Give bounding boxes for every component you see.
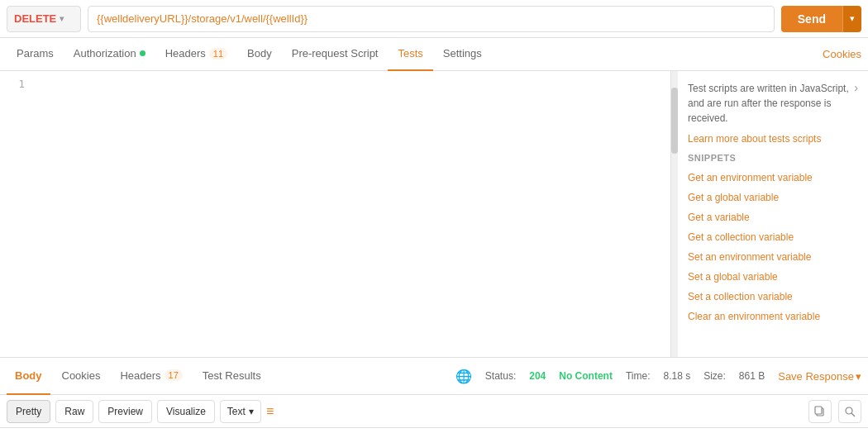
response-toolbar: Pretty Raw Preview Visualize Text ▾ ≡ — [0, 395, 868, 428]
snippet-get-collection-var[interactable]: Get a collection variable — [688, 227, 858, 247]
rtab-body[interactable]: Body — [7, 357, 50, 395]
snippet-get-env-var[interactable]: Get an environment variable — [688, 168, 858, 188]
tab-params[interactable]: Params — [7, 38, 64, 71]
snippet-get-global-var[interactable]: Get a global variable — [688, 188, 858, 207]
rtab-headers[interactable]: Headers 17 — [112, 357, 190, 395]
status-info: 🌐 Status: 204 No Content Time: 8.18 s Si… — [455, 369, 861, 384]
snippet-set-global-var[interactable]: Set a global variable — [688, 267, 858, 287]
headers-badge: 11 — [209, 48, 227, 59]
send-btn-group: Send ▾ — [781, 6, 861, 32]
sidebar: Test scripts are written in JavaScript, … — [678, 71, 868, 357]
tab-authorization-label: Authorization — [74, 47, 136, 59]
tab-prerequest[interactable]: Pre-request Script — [282, 38, 389, 71]
search-icon[interactable] — [838, 400, 861, 423]
svg-line-3 — [851, 413, 855, 416]
main-area: 1 Test scripts are written in JavaScript… — [0, 71, 868, 357]
format-raw-button[interactable]: Raw — [55, 400, 93, 423]
copy-icon[interactable] — [808, 400, 832, 423]
scrollbar-thumb[interactable] — [671, 88, 678, 154]
save-response-chevron: ▾ — [856, 370, 861, 383]
tab-settings[interactable]: Settings — [433, 38, 492, 71]
send-button[interactable]: Send — [781, 6, 842, 32]
method-label: DELETE — [14, 12, 56, 25]
editor-content[interactable] — [33, 71, 670, 357]
tab-params-label: Params — [17, 47, 54, 59]
status-text: No Content — [559, 370, 613, 382]
time-label: Time: — [626, 370, 651, 382]
text-selector-label: Text — [227, 406, 246, 417]
editor-area[interactable]: 1 — [0, 71, 671, 357]
format-visualize-button[interactable]: Visualize — [157, 400, 215, 423]
snippet-set-env-var[interactable]: Set an environment variable — [688, 247, 858, 267]
globe-icon: 🌐 — [455, 369, 472, 384]
status-code: 204 — [529, 370, 546, 382]
tab-prerequest-label: Pre-request Script — [292, 47, 379, 59]
line-number-1: 1 — [0, 78, 25, 90]
snippet-set-collection-var[interactable]: Set a collection variable — [688, 287, 858, 307]
rtab-headers-badge: 17 — [165, 369, 183, 381]
format-preview-button[interactable]: Preview — [98, 400, 152, 423]
tab-headers[interactable]: Headers 11 — [155, 38, 237, 71]
authorization-dot — [140, 50, 145, 56]
tab-tests[interactable]: Tests — [388, 38, 432, 71]
status-label: Status: — [485, 370, 516, 382]
cookies-button[interactable]: Cookies — [823, 48, 861, 60]
tab-tests-label: Tests — [398, 47, 422, 59]
method-chevron: ▾ — [60, 14, 64, 23]
response-tabs-row: Body Cookies Headers 17 Test Results 🌐 S… — [0, 357, 868, 395]
save-response-button[interactable]: Save Response ▾ — [778, 370, 861, 383]
tab-authorization[interactable]: Authorization — [64, 38, 155, 71]
response-actions — [808, 400, 861, 423]
text-selector-chevron: ▾ — [249, 406, 254, 417]
tab-headers-label: Headers — [165, 47, 206, 59]
rtab-body-label: Body — [15, 369, 42, 382]
text-selector[interactable]: Text ▾ — [220, 400, 261, 423]
snippets-label: SNIPPETS — [688, 153, 858, 163]
tab-settings-label: Settings — [443, 47, 482, 59]
wrap-icon[interactable]: ≡ — [266, 404, 274, 419]
learn-more-link[interactable]: Learn more about tests scripts — [688, 133, 821, 145]
rtab-test-results-label: Test Results — [203, 369, 261, 382]
format-pretty-button[interactable]: Pretty — [7, 400, 50, 423]
rtab-headers-label: Headers — [120, 369, 160, 382]
rtab-cookies-label: Cookies — [62, 369, 101, 382]
rtab-test-results[interactable]: Test Results — [194, 357, 269, 395]
line-numbers: 1 — [0, 71, 33, 97]
svg-point-2 — [846, 407, 852, 414]
request-tabs-row: Params Authorization Headers 11 Body Pre… — [0, 38, 868, 71]
scrollbar-track[interactable] — [671, 71, 678, 357]
size-value: 861 B — [739, 370, 765, 382]
time-value: 8.18 s — [663, 370, 690, 382]
rtab-cookies[interactable]: Cookies — [54, 357, 109, 395]
size-label: Size: — [703, 370, 726, 382]
svg-rect-1 — [815, 407, 822, 414]
response-body-content: 1 — [0, 428, 868, 433]
sidebar-description: Test scripts are written in JavaScript, … — [688, 81, 851, 126]
tab-body-label: Body — [247, 47, 272, 59]
url-input[interactable] — [88, 6, 775, 32]
snippet-clear-env-var[interactable]: Clear an environment variable — [688, 307, 858, 326]
top-bar: DELETE ▾ Send ▾ — [0, 0, 868, 38]
sidebar-chevron-icon: › — [854, 81, 858, 94]
send-chevron-button[interactable]: ▾ — [842, 6, 861, 32]
tab-body[interactable]: Body — [237, 38, 282, 71]
save-response-label: Save Response — [778, 370, 854, 383]
snippet-get-variable[interactable]: Get a variable — [688, 207, 858, 227]
method-selector[interactable]: DELETE ▾ — [7, 6, 81, 32]
